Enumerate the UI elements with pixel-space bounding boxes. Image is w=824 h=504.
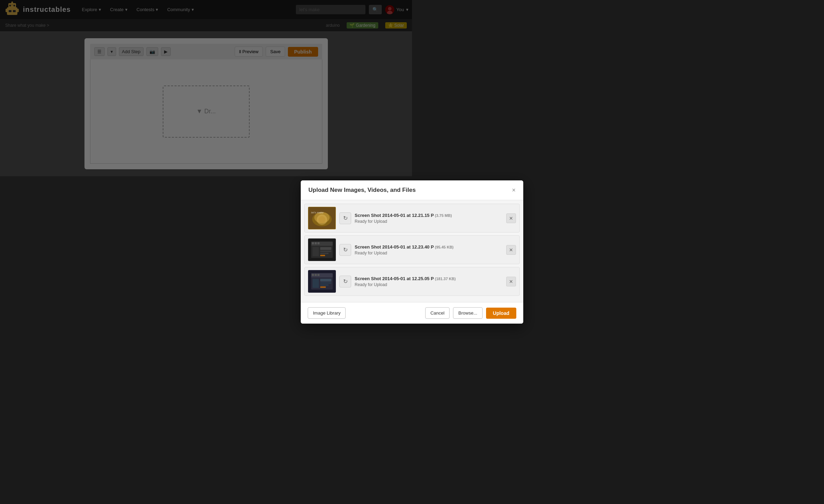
svg-rect-24 [315, 242, 317, 244]
refresh-button-2[interactable]: ↻ [339, 244, 351, 252]
file-thumbnail-1: let's make [308, 207, 336, 229]
svg-rect-28 [320, 251, 331, 252]
svg-point-19 [318, 216, 325, 223]
svg-rect-22 [311, 242, 333, 246]
file-info-2: Screen Shot 2014-05-01 at 12.23.40 P (95… [355, 244, 412, 252]
file-info-1: Screen Shot 2014-05-01 at 12.21.15 P (3.… [355, 213, 412, 224]
thumb-screen-2 [308, 239, 336, 252]
file-item: ↻ Screen Shot 2014-05-01 at 12.23.40 P (… [304, 235, 412, 252]
modal-header: Upload New Images, Videos, and Files × [301, 180, 412, 200]
file-name-1: Screen Shot 2014-05-01 at 12.21.15 P (3.… [355, 213, 412, 218]
modal-overlay: Upload New Images, Videos, and Files × [0, 0, 412, 252]
file-item: let's make ↻ Screen Shot 2014-05-01 at 1… [304, 204, 412, 233]
modal-title: Upload New Images, Videos, and Files [308, 187, 412, 194]
modal-body: let's make ↻ Screen Shot 2014-05-01 at 1… [301, 200, 412, 252]
upload-modal: Upload New Images, Videos, and Files × [301, 180, 412, 252]
svg-text:let's make: let's make [311, 211, 324, 214]
svg-rect-27 [320, 247, 331, 250]
file-thumbnail-2 [308, 238, 336, 252]
svg-rect-26 [313, 247, 319, 252]
svg-rect-23 [312, 242, 314, 244]
refresh-button-1[interactable]: ↻ [339, 212, 351, 224]
file-name-2: Screen Shot 2014-05-01 at 12.23.40 P (95… [355, 244, 412, 250]
file-status-2: Ready for Upload [355, 251, 412, 252]
svg-rect-25 [317, 242, 320, 244]
thumb-food-image: let's make [308, 207, 336, 229]
file-status-1: Ready for Upload [355, 219, 412, 224]
